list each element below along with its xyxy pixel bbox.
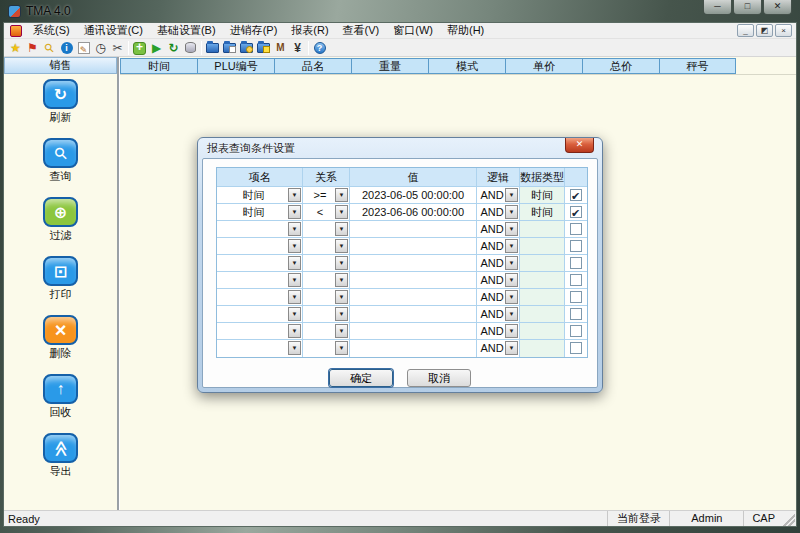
item-name-dropdown-icon[interactable] xyxy=(288,324,301,338)
star-icon[interactable] xyxy=(7,40,24,56)
enable-checkbox[interactable] xyxy=(570,342,582,354)
menu-item-2[interactable]: 基础设置(B) xyxy=(150,22,223,39)
resize-grip[interactable] xyxy=(783,514,795,526)
cancel-button[interactable]: 取消 xyxy=(407,369,471,387)
menu-item-0[interactable]: 系统(S) xyxy=(26,22,77,39)
column-header-4[interactable]: 模式 xyxy=(428,58,505,74)
value-cell[interactable] xyxy=(350,238,477,255)
relation-dropdown-icon[interactable] xyxy=(335,188,348,202)
logic-dropdown-icon[interactable] xyxy=(505,188,518,202)
value-cell[interactable] xyxy=(350,340,477,357)
value-cell[interactable]: 2023-06-06 00:00:00 xyxy=(350,204,477,221)
item-name-dropdown-icon[interactable] xyxy=(288,222,301,236)
enable-checkbox[interactable] xyxy=(570,206,582,218)
logic-dropdown-icon[interactable] xyxy=(505,239,518,253)
item-name-dropdown-icon[interactable] xyxy=(288,341,301,355)
ok-button[interactable]: 确定 xyxy=(329,369,393,387)
folder-doc-icon[interactable] xyxy=(221,40,238,56)
column-header-7[interactable]: 秤号 xyxy=(659,58,736,74)
binoculars-icon[interactable] xyxy=(272,40,289,56)
minimize-button[interactable]: ─ xyxy=(703,0,732,15)
relation-dropdown-icon[interactable] xyxy=(335,256,348,270)
mdi-restore-button[interactable]: ◩ xyxy=(756,24,773,37)
dialog-close-icon[interactable]: ✕ xyxy=(565,138,594,153)
enable-checkbox[interactable] xyxy=(570,189,582,201)
logic-dropdown-icon[interactable] xyxy=(505,273,518,287)
item-name-dropdown-icon[interactable] xyxy=(288,256,301,270)
column-header-2[interactable]: 品名 xyxy=(274,58,351,74)
value-cell[interactable] xyxy=(350,306,477,323)
sidebar-item-search[interactable]: 查询 xyxy=(4,138,117,184)
menu-item-4[interactable]: 报表(R) xyxy=(284,22,335,39)
relation-dropdown-icon[interactable] xyxy=(335,341,348,355)
key-icon[interactable] xyxy=(41,40,58,56)
menu-item-7[interactable]: 帮助(H) xyxy=(440,22,491,39)
menu-item-3[interactable]: 进销存(P) xyxy=(223,22,285,39)
logic-dropdown-icon[interactable] xyxy=(505,307,518,321)
folder-icon[interactable] xyxy=(204,40,221,56)
menu-item-1[interactable]: 通讯设置(C) xyxy=(77,22,150,39)
item-name-dropdown-icon[interactable] xyxy=(288,205,301,219)
enable-checkbox[interactable] xyxy=(570,291,582,303)
logic-dropdown-icon[interactable] xyxy=(505,324,518,338)
sidebar-item-recycle-up[interactable]: 回收 xyxy=(4,374,117,420)
relation-dropdown-icon[interactable] xyxy=(335,205,348,219)
sidebar-item-delete[interactable]: 删除 xyxy=(4,315,117,361)
value-cell[interactable] xyxy=(350,323,477,340)
column-header-1[interactable]: PLU编号 xyxy=(197,58,274,74)
value-cell[interactable] xyxy=(350,221,477,238)
value-cell[interactable] xyxy=(350,272,477,289)
relation-dropdown-icon[interactable] xyxy=(335,324,348,338)
play-icon[interactable] xyxy=(148,40,165,56)
enable-checkbox[interactable] xyxy=(570,257,582,269)
sidebar-item-print[interactable]: 打印 xyxy=(4,256,117,302)
item-name-dropdown-icon[interactable] xyxy=(288,239,301,253)
flag-icon[interactable] xyxy=(24,40,41,56)
logic-dropdown-icon[interactable] xyxy=(505,205,518,219)
enable-checkbox[interactable] xyxy=(570,325,582,337)
relation-dropdown-icon[interactable] xyxy=(335,290,348,304)
menu-item-5[interactable]: 查看(V) xyxy=(336,22,387,39)
logic-dropdown-icon[interactable] xyxy=(505,341,518,355)
note-icon[interactable] xyxy=(75,40,92,56)
value-cell[interactable] xyxy=(350,289,477,306)
refresh-icon[interactable] xyxy=(165,40,182,56)
relation-dropdown-icon[interactable] xyxy=(335,239,348,253)
help-icon[interactable] xyxy=(311,40,328,56)
logic-dropdown-icon[interactable] xyxy=(505,256,518,270)
value-cell[interactable]: 2023-06-05 00:00:00 xyxy=(350,187,477,204)
column-header-5[interactable]: 单价 xyxy=(505,58,582,74)
sidebar-item-filter-globe[interactable]: 过滤 xyxy=(4,197,117,243)
mdi-close-button[interactable]: × xyxy=(775,24,792,37)
relation-dropdown-icon[interactable] xyxy=(335,222,348,236)
column-header-3[interactable]: 重量 xyxy=(351,58,428,74)
logic-dropdown-icon[interactable] xyxy=(505,222,518,236)
database-icon[interactable] xyxy=(182,40,199,56)
maximize-button[interactable]: □ xyxy=(733,0,762,15)
mdi-minimize-button[interactable]: _ xyxy=(737,24,754,37)
logic-dropdown-icon[interactable] xyxy=(505,290,518,304)
info-icon[interactable] xyxy=(58,40,75,56)
close-button[interactable]: ✕ xyxy=(763,0,792,15)
value-cell[interactable] xyxy=(350,255,477,272)
yen-icon[interactable] xyxy=(289,40,306,56)
menu-item-6[interactable]: 窗口(W) xyxy=(386,22,440,39)
relation-dropdown-icon[interactable] xyxy=(335,273,348,287)
item-name-dropdown-icon[interactable] xyxy=(288,307,301,321)
item-name-dropdown-icon[interactable] xyxy=(288,188,301,202)
enable-checkbox[interactable] xyxy=(570,308,582,320)
relation-dropdown-icon[interactable] xyxy=(335,307,348,321)
add-icon[interactable] xyxy=(131,40,148,56)
column-header-0[interactable]: 时间 xyxy=(120,58,197,74)
scissors-icon[interactable] xyxy=(109,40,126,56)
column-header-6[interactable]: 总价 xyxy=(582,58,659,74)
folder-config-icon[interactable] xyxy=(255,40,272,56)
enable-checkbox[interactable] xyxy=(570,240,582,252)
item-name-dropdown-icon[interactable] xyxy=(288,290,301,304)
mdi-child-icon[interactable] xyxy=(10,25,22,37)
clock-icon[interactable] xyxy=(92,40,109,56)
sidebar-item-export[interactable]: 导出 xyxy=(4,433,117,479)
sidebar-item-refresh[interactable]: 刷新 xyxy=(4,79,117,125)
enable-checkbox[interactable] xyxy=(570,274,582,286)
enable-checkbox[interactable] xyxy=(570,223,582,235)
